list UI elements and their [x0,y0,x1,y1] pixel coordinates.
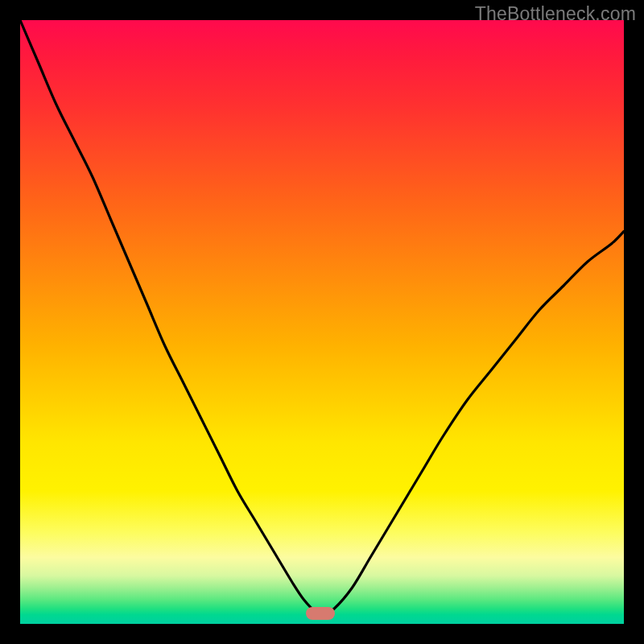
plot-area [20,20,624,624]
chart-stage: TheBottleneck.com [0,0,644,644]
bottleneck-marker [306,607,335,620]
bottleneck-curve [20,20,624,613]
curve-svg [20,20,624,624]
